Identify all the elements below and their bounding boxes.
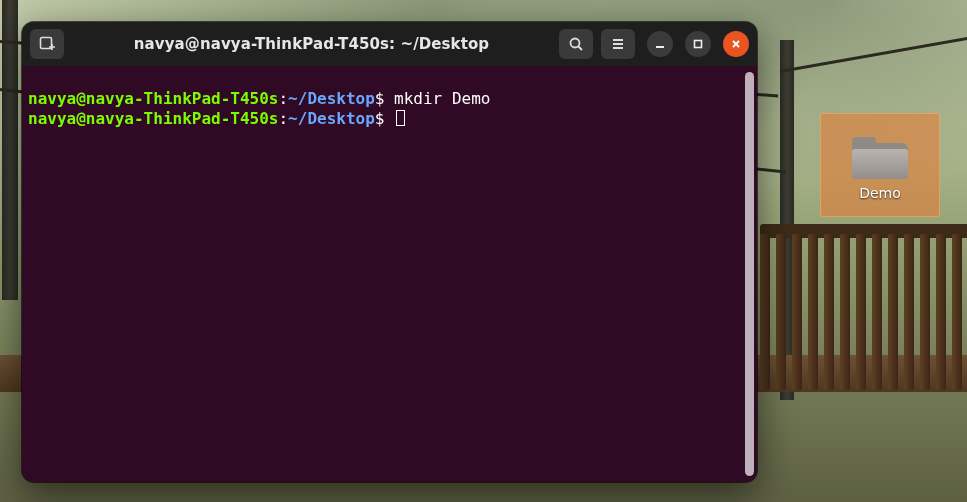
prompt-dollar: $ [375, 89, 385, 108]
window-title: navya@navya-ThinkPad-T450s: ~/Desktop [72, 35, 551, 53]
prompt-path: ~/Desktop [288, 89, 375, 108]
wallpaper-post [2, 0, 18, 300]
svg-line-4 [579, 47, 583, 51]
terminal-window[interactable]: navya@navya-ThinkPad-T450s: ~/Desktop na… [22, 22, 757, 482]
scrollbar[interactable] [745, 72, 754, 476]
command-text: mkdir Demo [384, 89, 490, 108]
prompt-user: navya [28, 109, 76, 128]
prompt-path: ~/Desktop [288, 109, 375, 128]
prompt-user: navya [28, 89, 76, 108]
prompt-at: @ [76, 89, 86, 108]
prompt-at: @ [76, 109, 86, 128]
prompt-sep: : [278, 109, 288, 128]
prompt-host: navya-ThinkPad-T450s [86, 109, 279, 128]
prompt-dollar: $ [375, 109, 385, 128]
titlebar[interactable]: navya@navya-ThinkPad-T450s: ~/Desktop [22, 22, 757, 66]
command-text [384, 109, 394, 128]
cursor-icon [396, 110, 405, 126]
minimize-button[interactable] [647, 31, 673, 57]
search-button[interactable] [559, 29, 593, 59]
prompt-host: navya-ThinkPad-T450s [86, 89, 279, 108]
terminal-body[interactable]: navya@navya-ThinkPad-T450s:~/Desktop$ mk… [22, 66, 757, 482]
prompt-sep: : [278, 89, 288, 108]
terminal-line: navya@navya-ThinkPad-T450s:~/Desktop$ mk… [28, 89, 490, 108]
wallpaper-railing [760, 220, 967, 390]
terminal-line: navya@navya-ThinkPad-T450s:~/Desktop$ [28, 109, 405, 128]
desktop-folder-label: Demo [859, 185, 901, 201]
terminal-output: navya@navya-ThinkPad-T450s:~/Desktop$ mk… [26, 72, 751, 146]
hamburger-menu-button[interactable] [601, 29, 635, 59]
new-tab-button[interactable] [30, 29, 64, 59]
desktop-folder-demo[interactable]: Demo [820, 113, 940, 217]
folder-icon [852, 137, 908, 179]
svg-rect-9 [695, 41, 702, 48]
close-button[interactable] [723, 31, 749, 57]
svg-point-3 [571, 39, 580, 48]
maximize-button[interactable] [685, 31, 711, 57]
